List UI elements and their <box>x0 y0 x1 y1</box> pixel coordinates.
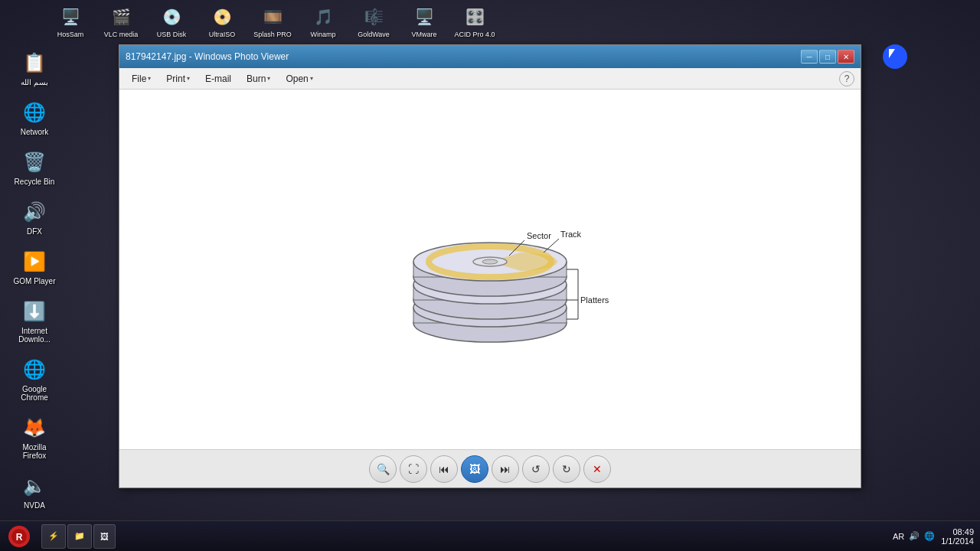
desktop-icon-splash-pro[interactable]: 🎞️ Splash PRO <box>251 5 294 38</box>
open-menu-arrow: ▾ <box>310 75 313 82</box>
minimize-button[interactable]: ─ <box>801 50 818 64</box>
next-button[interactable]: ⏭ <box>492 455 519 483</box>
menu-open[interactable]: Open ▾ <box>279 71 318 86</box>
desktop-icon-vmware[interactable]: 🖥️ VMware <box>403 5 446 38</box>
menu-print[interactable]: Print ▾ <box>160 71 196 86</box>
svg-point-11 <box>482 259 498 264</box>
prev-icon: ⏮ <box>439 463 449 475</box>
prev-button[interactable]: ⏮ <box>430 455 458 483</box>
network-tray-icon[interactable]: 🌐 <box>924 531 935 541</box>
svg-text:Platters: Platters <box>580 295 609 305</box>
sidebar-icon-firefox[interactable]: 🦊 Mozilla Firefox <box>8 411 61 463</box>
slideshow-button[interactable]: 🖼 <box>461 455 488 483</box>
window-controls: ─ □ ✕ <box>801 50 854 64</box>
bottom-toolbar: 🔍 ⛶ ⏮ 🖼 ⏭ ↺ ↻ ✕ <box>119 449 861 487</box>
mouse-cursor <box>883 44 907 69</box>
desktop-icon-acid-pro[interactable]: 🎛️ ACID Pro 4.0 <box>453 5 496 38</box>
desktop-icon-houssam[interactable]: 🖥️ HosSam <box>49 5 92 38</box>
menu-bar: File ▾ Print ▾ E-mail Burn ▾ Open ▾ ? <box>119 68 861 90</box>
speaker-icon[interactable]: 🔊 <box>909 531 920 541</box>
delete-icon: ✕ <box>593 463 602 475</box>
close-button[interactable]: ✕ <box>838 50 854 64</box>
sidebar-icon-nvda[interactable]: 🔈 NVDA <box>8 469 61 513</box>
desktop-icon-winamp[interactable]: 🎵 Winamp <box>302 5 345 38</box>
photo-viewer-icon: 🖼 <box>100 532 109 541</box>
help-button[interactable]: ? <box>839 71 854 86</box>
zoom-button[interactable]: 🔍 <box>369 455 397 483</box>
svg-text:Sector: Sector <box>527 231 551 240</box>
desktop-icon-ultraiso[interactable]: 📀 UltraISO <box>201 5 243 38</box>
delete-button[interactable]: ✕ <box>583 455 611 483</box>
taskbar-item-explorer[interactable]: 📁 <box>67 524 92 549</box>
sidebar-icons: 📋 بسم الله 🌐 Network 🗑️ Recycle Bin 🔊 DF… <box>8 46 61 513</box>
menu-burn[interactable]: Burn ▾ <box>240 71 276 86</box>
rotate-ccw-button[interactable]: ↺ <box>522 455 550 483</box>
taskbar-item-photo-viewer[interactable]: 🖼 <box>93 524 116 549</box>
taskbar-item-asus[interactable]: ⚡ <box>41 524 66 549</box>
sidebar-icon-gom-player[interactable]: ▶️ GOM Player <box>8 245 61 289</box>
print-menu-arrow: ▾ <box>187 75 190 82</box>
file-menu-arrow: ▾ <box>148 75 151 82</box>
sidebar-icon-chrome[interactable]: 🌐 Google Chrome <box>8 353 61 405</box>
system-tray: AR 🔊 🌐 <box>893 531 935 541</box>
image-display-area: Sector Track Platters <box>119 90 861 449</box>
desktop-icon-usb-disk[interactable]: 💿 USB Disk <box>150 5 193 38</box>
hard-disk-diagram: Sector Track Platters <box>368 193 612 346</box>
taskbar-tray: AR 🔊 🌐 08:49 1/1/2014 <box>893 527 980 546</box>
zoom-icon: 🔍 <box>377 463 390 475</box>
rotate-cw-button[interactable]: ↻ <box>553 455 580 483</box>
sidebar-icon-dfx[interactable]: 🔊 DFX <box>8 195 61 239</box>
explorer-icon: 📁 <box>74 531 85 541</box>
taskbar-items: ⚡ 📁 🖼 <box>38 521 119 552</box>
next-icon: ⏭ <box>500 463 511 475</box>
time-display: 08:49 <box>941 527 974 536</box>
lang-indicator[interactable]: AR <box>893 532 904 541</box>
sidebar-icon-idm[interactable]: ⬇️ Internet Downlo... <box>8 295 61 347</box>
fit-button[interactable]: ⛶ <box>400 455 427 483</box>
sidebar-icon-arabic[interactable]: 📋 بسم الله <box>8 46 61 90</box>
window-titlebar: 817942147.jpg - Windows Photo Viewer ─ □… <box>119 45 861 68</box>
menu-file[interactable]: File ▾ <box>126 71 157 86</box>
desktop-icon-vlc[interactable]: 🎬 VLC media <box>100 5 142 38</box>
date-display: 1/1/2014 <box>941 536 974 546</box>
top-icon-bar: 🖥️ HosSam 🎬 VLC media 💿 USB Disk 📀 Ultra… <box>46 0 499 42</box>
taskbar: R ⚡ 📁 🖼 AR 🔊 🌐 08:49 1/1/2014 <box>0 520 980 551</box>
sidebar-icon-recycle-bin[interactable]: 🗑️ Recycle Bin <box>8 145 61 189</box>
start-button[interactable]: R <box>0 521 38 552</box>
menu-email[interactable]: E-mail <box>199 71 237 86</box>
photo-viewer-window: 817942147.jpg - Windows Photo Viewer ─ □… <box>119 44 861 488</box>
sidebar-icon-network[interactable]: 🌐 Network <box>8 96 61 139</box>
fit-icon: ⛶ <box>408 463 419 475</box>
rotate-ccw-icon: ↺ <box>531 463 541 475</box>
clock[interactable]: 08:49 1/1/2014 <box>941 527 974 546</box>
svg-text:Track: Track <box>560 230 582 239</box>
burn-menu-arrow: ▾ <box>267 75 270 82</box>
slideshow-icon: 🖼 <box>469 463 480 475</box>
rotate-cw-icon: ↻ <box>562 463 571 475</box>
start-orb: R <box>8 525 31 548</box>
desktop-icon-goldwave[interactable]: 🎼 GoldWave <box>352 5 395 38</box>
window-title: 817942147.jpg - Windows Photo Viewer <box>126 51 289 62</box>
maximize-button[interactable]: □ <box>819 50 836 64</box>
asus-icon: ⚡ <box>48 531 59 541</box>
svg-text:R: R <box>16 532 23 543</box>
